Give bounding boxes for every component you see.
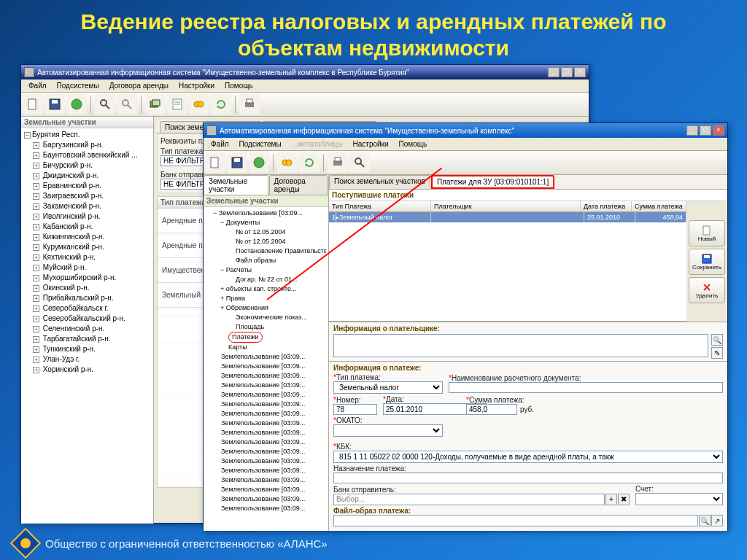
tree-item[interactable]: Экономические показ... xyxy=(206,313,326,322)
tree-item[interactable]: + Баунтовский эвенкийский ... xyxy=(24,150,150,160)
col-sum[interactable]: Сумма платежа xyxy=(632,201,686,211)
tree-item[interactable]: + объекты кап. строите... xyxy=(206,284,326,294)
tree-item[interactable]: Землепользование [03:09... xyxy=(206,494,326,504)
menu-help[interactable]: Помощь xyxy=(220,81,258,90)
tree-item[interactable]: № от 12.05.2004 xyxy=(206,228,326,237)
tree-item[interactable]: − Документы xyxy=(206,218,326,228)
bank-add-icon[interactable]: + xyxy=(605,494,617,505)
tool-doc-icon[interactable] xyxy=(167,94,187,114)
tree-item[interactable]: + Джидинский р-н. xyxy=(24,171,150,181)
close-button[interactable]: × xyxy=(574,67,586,77)
col-type[interactable]: Тип Платежа xyxy=(329,201,431,211)
tree-root[interactable]: Бурятия Респ. xyxy=(32,131,80,139)
kbk-select[interactable]: 815 1 11 05022 02 0000 120-Доходы, получ… xyxy=(333,451,723,463)
tree-item[interactable]: + Кабанский р-н. xyxy=(24,222,150,232)
tree-item[interactable]: + Окинский р-н. xyxy=(24,283,150,293)
tool-globe-icon[interactable] xyxy=(249,152,269,173)
tool-print-icon[interactable] xyxy=(239,94,260,114)
tree-item[interactable]: Постановление Правительства Ре... xyxy=(206,246,326,256)
maximize-button[interactable]: □ xyxy=(561,67,573,77)
table-row[interactable]: 1▸ Земельный налог 25.01.2010 458,04 xyxy=(329,212,686,222)
tool-money-icon[interactable] xyxy=(189,94,209,114)
tree-item[interactable]: Землепользование [03:09... xyxy=(206,362,326,371)
tree-item[interactable]: + Обременения xyxy=(206,303,326,313)
tree-item[interactable]: Землепользование [03:09... xyxy=(206,352,326,362)
tree-item[interactable]: Землепользование [03:09... xyxy=(206,438,326,447)
tree-item[interactable]: Землепользование [03:09... xyxy=(206,504,326,513)
tree-item[interactable]: + Закаменский р-н. xyxy=(24,201,150,211)
tree-item[interactable]: + Иволгинский р-н. xyxy=(24,211,150,222)
tree-item[interactable]: + Еравнинский р-н. xyxy=(24,181,150,191)
bank-input[interactable] xyxy=(333,494,605,505)
tree-item[interactable]: + Тункинский р-н. xyxy=(24,344,150,354)
fg-titlebar[interactable]: Автоматизированная информационная систем… xyxy=(204,123,727,138)
menu-subsystems[interactable]: Подсистемы xyxy=(235,139,286,149)
payer-box[interactable] xyxy=(333,334,708,357)
tree-item[interactable]: Землепользование [03:09... xyxy=(206,390,326,400)
fg-tree[interactable]: − Землепользование [03:09...− Документы№… xyxy=(204,207,328,531)
tool-refresh-icon[interactable] xyxy=(211,94,231,114)
menu-file[interactable]: Файл xyxy=(24,81,51,90)
tree-item[interactable]: Землепользование [03:09... xyxy=(206,428,326,438)
tool-save-icon[interactable] xyxy=(227,152,247,173)
col-date[interactable]: Дата платежа xyxy=(581,201,632,211)
tree-item[interactable]: Землепользование [03:09... xyxy=(206,447,326,456)
tree-item[interactable]: + Заиграевский р-н. xyxy=(24,191,150,201)
col-payer[interactable]: Плательщик xyxy=(431,201,581,211)
menu-settings[interactable]: Настройки xyxy=(349,139,393,149)
menu-lease[interactable]: Договора аренды xyxy=(105,81,173,90)
menu-file[interactable]: Файл xyxy=(206,139,233,149)
tree-item[interactable]: Платежи xyxy=(206,332,326,343)
grid-body[interactable]: 1▸ Земельный налог 25.01.2010 458,04 xyxy=(329,212,686,322)
tool-save-icon[interactable] xyxy=(44,94,65,114)
bg-region-tree[interactable]: −Бурятия Респ. + Баргузинский р-н.+ Баун… xyxy=(21,128,153,524)
doc-name-input[interactable] xyxy=(449,382,723,393)
tool-new-icon[interactable] xyxy=(205,152,225,173)
left-tab-land[interactable]: Земельные участки xyxy=(204,175,268,195)
tree-item[interactable]: Файл образы xyxy=(206,256,326,265)
file-browse-icon[interactable]: 🔍 xyxy=(699,515,711,526)
tool-new-icon[interactable] xyxy=(23,94,43,114)
tree-item[interactable]: + Селенгинский р-н. xyxy=(24,324,150,334)
tree-item[interactable]: − Землепользование [03:09... xyxy=(206,209,326,218)
tree-item[interactable]: + Муйский р-н. xyxy=(24,262,150,273)
account-select[interactable] xyxy=(635,493,723,505)
tree-item[interactable]: Площадь xyxy=(206,322,326,332)
tree-item[interactable]: Землепользование [03:09... xyxy=(206,475,326,485)
tool-globe-icon[interactable] xyxy=(66,94,87,114)
tree-item[interactable]: + Кяхтинский р-н. xyxy=(24,252,150,262)
tree-item[interactable]: Землепользование [03:09... xyxy=(206,400,326,409)
tab-payments[interactable]: Платежи для ЗУ [03:09:010101:1] xyxy=(431,175,554,189)
tool-refresh-icon[interactable] xyxy=(299,152,320,173)
menu-help[interactable]: Помощь xyxy=(395,139,432,149)
purpose-input[interactable] xyxy=(333,472,723,483)
tree-item[interactable]: Землепользование [03:09... xyxy=(206,456,326,466)
menu-settings[interactable]: Настройки xyxy=(174,81,219,90)
tree-item[interactable]: Землепользование [03:09... xyxy=(206,485,326,494)
tree-item[interactable]: + Улан-Удэ г. xyxy=(24,354,150,365)
tree-item[interactable]: + Мухоршибирский р-н. xyxy=(24,273,150,283)
tree-item[interactable]: + Северобайкальский р-н. xyxy=(24,314,150,324)
payer-edit-icon[interactable]: ✎ xyxy=(711,347,723,359)
maximize-button[interactable]: □ xyxy=(700,125,711,136)
tree-item[interactable]: + Северобайкальск г. xyxy=(24,303,150,314)
tool-zoom-icon[interactable] xyxy=(117,94,137,114)
tree-item[interactable]: Землепользование [03:09... xyxy=(206,409,326,419)
tree-item[interactable]: Землепользование [03:09... xyxy=(206,371,326,381)
tree-item[interactable]: + Баргузинский р-н. xyxy=(24,140,150,150)
tree-item[interactable]: + Тарбагатайский р-н. xyxy=(24,334,150,344)
save-button[interactable]: Сохранить xyxy=(689,249,725,275)
tree-item[interactable]: № от 12.05.2004 xyxy=(206,237,326,246)
close-button[interactable]: × xyxy=(713,125,724,136)
file-open-icon[interactable]: ↗ xyxy=(711,515,723,526)
sum-input[interactable] xyxy=(466,404,517,415)
tree-item[interactable]: Землепользование [03:09... xyxy=(206,381,326,390)
tree-item[interactable]: + Хоринский р-н. xyxy=(24,365,150,375)
tree-item[interactable]: Землепользование [03:09... xyxy=(206,419,326,428)
payment-type-select[interactable]: Земельный налог xyxy=(333,381,443,394)
tree-item[interactable]: Карты xyxy=(206,343,326,352)
file-input[interactable] xyxy=(333,515,698,526)
delete-button[interactable]: Удалить xyxy=(689,277,725,303)
tree-item[interactable]: Землепользование [03:09... xyxy=(206,466,326,475)
new-button[interactable]: Новый xyxy=(689,220,725,246)
